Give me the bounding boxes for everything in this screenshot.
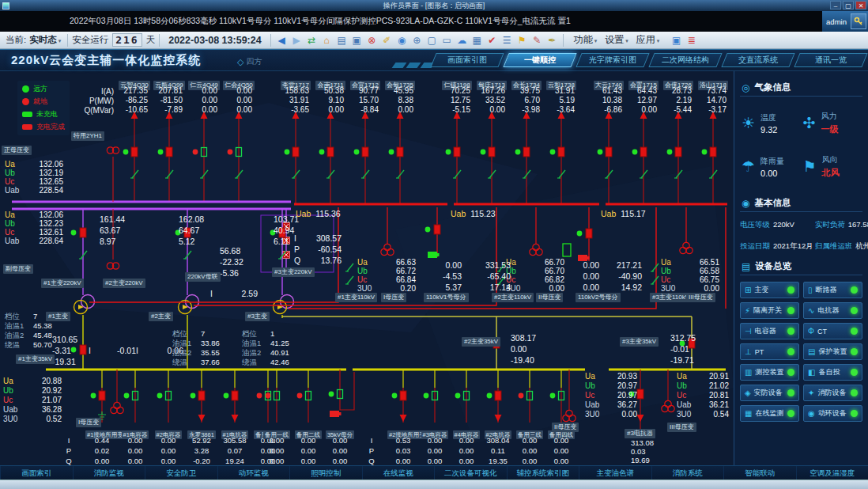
tag-110-pt3[interactable]: III母压变 [686, 293, 715, 302]
device-status-button[interactable]: ⊣ 电容器 [740, 323, 799, 339]
flag-icon[interactable]: ⚑ [515, 33, 529, 47]
bus220-main-voltages: Ua132.06Ub132.19Uc132.65Uab228.54 [5, 160, 63, 195]
masthead-nav-button[interactable]: 交直流系统 [721, 53, 794, 67]
bottom-nav-item[interactable]: 动环监视 [217, 466, 290, 480]
tag-t1-110kv[interactable]: #1主变110kV [335, 293, 377, 302]
check-icon[interactable]: ✔ [485, 33, 499, 47]
bottom-nav-item[interactable]: 安全防卫 [145, 466, 217, 480]
bottom-nav-item[interactable]: 照明控制 [289, 466, 362, 480]
tag-transformer-2[interactable]: #2主变 [149, 312, 173, 321]
tag-aux-bus-pt[interactable]: 副母压变 [3, 264, 33, 274]
ct-icon: Φ [808, 327, 814, 335]
device-status-button[interactable]: ⚡ 隔离开关 [740, 302, 799, 319]
masthead-nav-button[interactable]: 二次网络结构 [648, 53, 722, 67]
status-dot [787, 389, 794, 396]
tag-35-pt3[interactable]: III母压变 [667, 423, 696, 432]
device-status-button[interactable]: ◉ 动环设备 [803, 405, 862, 422]
bottom-nav-item[interactable]: 二次设备可视化 [434, 466, 507, 480]
legend-swatch [22, 124, 32, 130]
masthead-nav-button[interactable]: 一键顺控 [503, 53, 576, 67]
bay-column: #3电容器0.000.000.00 [419, 426, 451, 465]
window-icon[interactable]: ▣ [350, 33, 364, 47]
tag-spare-2yh1[interactable]: 特用2YH1 [71, 131, 104, 141]
device-status-button[interactable]: ▯ 断路器 [803, 282, 862, 298]
bottom-nav-item[interactable]: 在线监视 [362, 466, 435, 480]
bay-column: 备用二线0.000.000.00 [292, 426, 324, 465]
device-status-button[interactable]: ◧ 备自投 [803, 364, 862, 381]
mode-selector[interactable]: 当前: 实时态 [3, 34, 63, 46]
brush-icon[interactable]: ✐ [380, 33, 394, 47]
device-status-button[interactable]: ▤ 保护装置 [803, 343, 862, 360]
busfen1-col2: 331.53-65.4017.14 [468, 260, 511, 293]
fit-screen-icon[interactable]: ▢ [425, 33, 439, 47]
layout-grid-icon[interactable]: ▤ [335, 33, 349, 47]
alarm-list-icon[interactable]: ≣ [685, 33, 698, 47]
close-button[interactable]: ✕ [855, 1, 866, 9]
tag-t3-35kv[interactable]: #3主变35kV [620, 337, 659, 347]
device-status-button[interactable]: ◈ 安防设备 [740, 385, 799, 401]
tag-transformer-1[interactable]: #1主变 [46, 312, 70, 321]
bottom-nav-item[interactable]: 智能联动 [723, 466, 796, 480]
device-status-button[interactable]: ⊞ 主变 [740, 282, 799, 298]
device-status-button[interactable]: ∿ 电抗器 [803, 302, 862, 319]
monitor-icon[interactable]: ▭ [440, 33, 454, 47]
device-status-button[interactable]: ▥ 测控装置 [740, 364, 799, 381]
protection-device-icon: ▤ [808, 347, 815, 356]
refresh-icon[interactable]: ⇄ [305, 33, 319, 47]
device-status-button[interactable]: Φ CT [803, 323, 862, 339]
bottom-nav-item[interactable]: 空调及温湿度 [796, 466, 868, 480]
menu-item[interactable]: 设置 [605, 33, 628, 47]
tag-reactor-3[interactable]: #3电抗器 [625, 429, 655, 438]
menu-item[interactable]: 功能 [574, 33, 598, 47]
forward-icon[interactable]: ▶ [290, 33, 304, 47]
tag-220kv-bustie[interactable]: 220kV母联 [185, 272, 221, 282]
signature-icon[interactable]: ✒ [545, 33, 559, 47]
busfen2-col1: 0.000.000.00 [568, 260, 599, 293]
speaker-icon[interactable]: ◉ [395, 33, 409, 47]
tag-35-pt1[interactable]: I母压变 [76, 418, 101, 427]
device-status-button[interactable]: ▦ 在线监测 [740, 405, 799, 422]
cloud-icon[interactable]: ☁ [455, 33, 469, 47]
masthead-nav-button[interactable]: 通讯一览 [794, 53, 867, 67]
calendar-icon[interactable]: ☰ [500, 33, 514, 47]
bottom-nav-item[interactable]: 主变油色谱 [579, 466, 651, 480]
weather-item: ✣ 风力一级 [802, 101, 863, 145]
maximize-button[interactable]: ▢ [843, 1, 854, 9]
tag-t2-110kv[interactable]: #2主变110kV [492, 293, 534, 302]
tag-t3-220kv[interactable]: #3主变220kV [272, 267, 315, 277]
tag-main-bus-pt[interactable]: 正母压变 [2, 146, 32, 155]
status-dot [851, 348, 858, 355]
legend-swatch [22, 112, 32, 117]
zoom-icon[interactable]: ⊕ [410, 33, 424, 47]
vendor-logo: ◇四方 [237, 56, 262, 67]
bottom-nav-item[interactable]: 消防系统 [651, 466, 724, 480]
tag-t2-35kv[interactable]: #2主变35kV [462, 337, 500, 347]
safe-run-unit: 天 [146, 34, 156, 46]
bottom-nav-item[interactable]: 辅控系统索引图 [507, 466, 579, 480]
pen-icon[interactable]: ✎ [530, 33, 544, 47]
bottom-nav-item[interactable]: 画面索引 [0, 466, 73, 480]
logged-in-user[interactable]: admin [822, 17, 851, 26]
tag-t1-220kv[interactable]: #1主变220kV [41, 279, 84, 288]
tag-110-pt2[interactable]: II母压变 [536, 293, 563, 302]
tag-t2-220kv[interactable]: #2主变220kV [103, 279, 145, 288]
tag-110-busfen2[interactable]: 110kV2号母分 [576, 293, 621, 302]
report-icon[interactable]: ▦ [470, 33, 484, 47]
menu-item[interactable]: 应用 [636, 33, 660, 47]
tag-110-busfen1[interactable]: 110kV1号母分 [424, 293, 469, 302]
masthead-nav-button[interactable]: 光字牌索引图 [576, 53, 649, 67]
bottom-nav-item[interactable]: 消防监视 [73, 466, 145, 480]
tag-110-pt1[interactable]: I母压变 [381, 293, 406, 302]
masthead-nav-button[interactable]: 画面索引图 [430, 53, 504, 67]
back-icon[interactable]: ◀ [275, 33, 289, 47]
home-icon[interactable]: ⌂ [320, 33, 334, 47]
login-key-button[interactable] [851, 13, 866, 29]
minimize-button[interactable]: – [830, 1, 841, 9]
device-status-button[interactable]: ✦ 消防设备 [803, 385, 862, 401]
tag-35-pt2[interactable]: II母压变 [552, 423, 579, 432]
tag-t1-35kv[interactable]: #1主变35kV [16, 354, 55, 364]
close-red-icon[interactable]: ⊗ [365, 33, 379, 47]
tag-transformer-3[interactable]: #3主变 [245, 312, 270, 321]
panel-icon[interactable]: ▣ [670, 33, 683, 47]
device-status-button[interactable]: ⊥ PT [740, 343, 799, 360]
